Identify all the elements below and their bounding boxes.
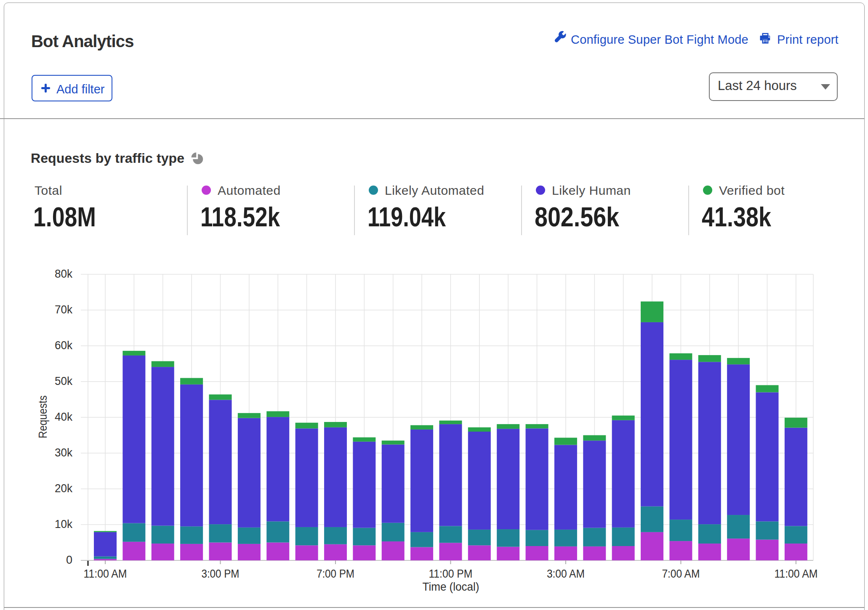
svg-text:7:00 PM: 7:00 PM: [317, 567, 354, 580]
svg-text:802.56k: 802.56k: [535, 202, 619, 232]
svg-text:119.04k: 119.04k: [367, 202, 446, 232]
svg-text:1.08M: 1.08M: [33, 202, 96, 232]
svg-text:Time (local): Time (local): [423, 580, 479, 593]
svg-text:Requests: Requests: [36, 395, 49, 438]
svg-text:7:00 AM: 7:00 AM: [662, 567, 700, 580]
svg-text:11:00 AM: 11:00 AM: [84, 567, 127, 580]
svg-text:11:00 PM: 11:00 PM: [429, 567, 472, 580]
svg-text:3:00 AM: 3:00 AM: [547, 567, 585, 580]
svg-text:70k: 70k: [55, 303, 73, 316]
svg-text:3:00 PM: 3:00 PM: [201, 567, 239, 580]
svg-text:11:00 AM: 11:00 AM: [774, 567, 817, 580]
svg-text:40k: 40k: [55, 410, 73, 423]
svg-text:118.52k: 118.52k: [200, 202, 280, 232]
svg-text:30k: 30k: [55, 446, 73, 459]
svg-text:10k: 10k: [55, 517, 73, 530]
svg-text:60k: 60k: [55, 339, 73, 352]
svg-text:20k: 20k: [55, 482, 73, 495]
svg-text:50k: 50k: [55, 374, 73, 387]
svg-text:0: 0: [66, 553, 72, 566]
svg-text:41.38k: 41.38k: [702, 202, 771, 232]
svg-text:80k: 80k: [55, 267, 73, 280]
